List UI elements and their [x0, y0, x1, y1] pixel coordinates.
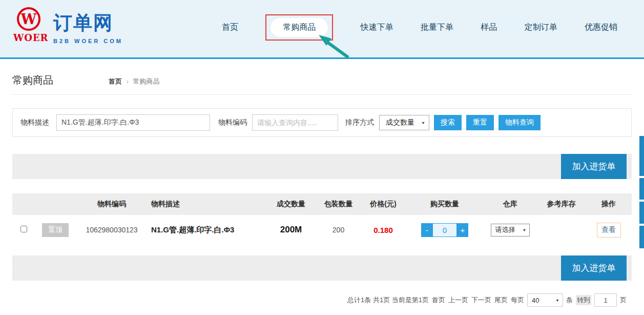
cell-desc: N1.G管.超薄.印字.白.Φ3: [148, 225, 265, 235]
header-buy-qty: 购买数量: [406, 200, 483, 209]
quantity-stepper: - +: [421, 223, 468, 237]
warehouse-select[interactable]: 请选择 ▼: [491, 224, 530, 237]
pagination: 总计1条 共1页 当前是第1页 首页 上一页 下一页 尾页 每页 40 ▼ 条 …: [12, 293, 632, 307]
add-to-cart-button-top[interactable]: 加入进货单: [561, 154, 627, 179]
site-title: 订单网: [53, 10, 123, 36]
nav-item-promotions[interactable]: 优惠促销: [585, 22, 617, 33]
row-checkbox[interactable]: [20, 226, 27, 232]
per-page-unit: 条: [566, 296, 573, 305]
goto-label: 转到: [576, 295, 591, 305]
sort-select-value: 成交数量: [386, 118, 414, 127]
breadcrumb-home[interactable]: 首页: [109, 77, 122, 85]
material-lookup-button[interactable]: 物料查询: [498, 115, 541, 130]
side-dock-tab[interactable]: [639, 136, 644, 176]
cell-deal-qty: 200M: [265, 225, 317, 235]
main-nav: 首页 常购商品 快速下单 批量下单 样品 定制订单 优惠促销: [222, 0, 617, 54]
per-page-label: 每页: [511, 296, 524, 305]
page-prev-link[interactable]: 上一页: [448, 296, 468, 305]
goto-page-unit: 页: [620, 296, 627, 305]
qty-plus-button[interactable]: +: [457, 223, 468, 237]
table-row: 置顶 1062980030123 N1.G管.超薄.印字.白.Φ3 200M 2…: [12, 215, 632, 245]
view-button[interactable]: 查看: [597, 223, 621, 238]
goto-page-input[interactable]: [594, 293, 617, 307]
breadcrumb: 首页 › 常购商品: [109, 77, 160, 87]
site-subtitle: B2B WOER COM: [53, 38, 123, 44]
reset-button[interactable]: 重置: [466, 115, 494, 130]
per-page-value: 40: [532, 297, 539, 304]
breadcrumb-current: 常购商品: [133, 77, 160, 85]
breadcrumb-separator: ›: [127, 77, 129, 85]
header-stock: 参考库存: [537, 200, 586, 209]
header-warehouse: 仓库: [483, 200, 537, 209]
woer-logo-icon: W: [17, 7, 40, 31]
sort-mode-label: 排序方式: [345, 118, 374, 127]
filter-bar: 物料描述 物料编码 排序方式 成交数量 ▼ 搜索 重置 物料查询: [12, 108, 632, 137]
annotation-arrow-icon: [314, 34, 355, 60]
search-button[interactable]: 搜索: [434, 115, 462, 130]
site-header: W WOER 订单网 B2B WOER COM 首页 常购商品 快速下单 批量下…: [0, 0, 644, 59]
page-next-link[interactable]: 下一页: [471, 296, 491, 305]
chevron-down-icon: ▼: [555, 298, 559, 302]
header-pack-qty: 包装数量: [317, 200, 360, 209]
chevron-down-icon: ▼: [523, 228, 527, 232]
qty-input[interactable]: [432, 223, 457, 237]
cell-code: 1062980030123: [76, 226, 148, 234]
material-desc-label: 物料描述: [20, 118, 49, 127]
nav-item-samples[interactable]: 样品: [481, 22, 497, 33]
nav-item-home[interactable]: 首页: [222, 22, 238, 33]
pin-top-button[interactable]: 置顶: [42, 223, 69, 237]
cell-pack-qty: 200: [317, 226, 360, 234]
nav-item-custom-order[interactable]: 定制订单: [525, 22, 557, 33]
side-dock-tab[interactable]: [639, 202, 644, 224]
material-code-input[interactable]: [252, 114, 338, 131]
nav-item-quick-order[interactable]: 快速下单: [361, 22, 393, 33]
pagination-summary: 总计1条 共1页 当前是第1页: [347, 296, 429, 305]
header-code: 物料编码: [76, 200, 148, 209]
material-desc-input[interactable]: [56, 114, 210, 131]
cell-price: 0.180: [360, 226, 406, 234]
material-code-label: 物料编码: [218, 118, 247, 127]
brand-logo[interactable]: W WOER 订单网 B2B WOER COM: [13, 6, 123, 44]
table-header-row: 物料编码 物料描述 成交数量 包装数量 价格(元) 购买数量 仓库 参考库存 操…: [12, 193, 632, 215]
side-dock-tab[interactable]: [639, 178, 644, 200]
chevron-down-icon: ▼: [421, 121, 425, 125]
action-bar-bottom: 加入进货单: [12, 255, 632, 281]
page-last-link[interactable]: 尾页: [494, 296, 508, 305]
nav-item-bulk-order[interactable]: 批量下单: [421, 22, 453, 33]
header-price: 价格(元): [360, 200, 406, 209]
warehouse-select-value: 请选择: [495, 225, 515, 234]
page-first-link[interactable]: 首页: [432, 296, 445, 305]
logo-wordmark: WOER: [13, 32, 44, 43]
page-head: 常购商品 首页 › 常购商品: [12, 59, 632, 95]
header-action: 操作: [586, 200, 632, 209]
header-desc: 物料描述: [148, 200, 265, 209]
add-to-cart-button-bottom[interactable]: 加入进货单: [561, 255, 627, 281]
header-deal-qty: 成交数量: [265, 200, 317, 209]
qty-minus-button[interactable]: -: [421, 223, 432, 237]
sort-select[interactable]: 成交数量 ▼: [379, 115, 429, 130]
products-table: 物料编码 物料描述 成交数量 包装数量 价格(元) 购买数量 仓库 参考库存 操…: [12, 193, 632, 245]
per-page-select[interactable]: 40 ▼: [527, 293, 563, 307]
side-dock-tab[interactable]: [639, 226, 644, 248]
action-bar-top: 加入进货单: [12, 154, 632, 179]
logo-letter: W: [21, 11, 36, 27]
page-title: 常购商品: [12, 73, 53, 87]
